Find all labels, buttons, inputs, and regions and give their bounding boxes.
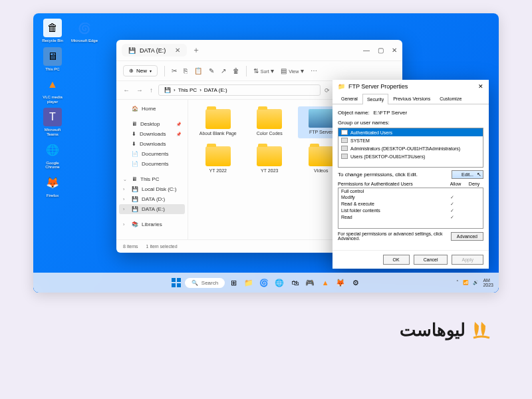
rename-icon[interactable]: ✎ xyxy=(209,67,214,74)
user-authenticated[interactable]: Authenticated Users xyxy=(338,128,483,136)
back-button[interactable]: ← xyxy=(122,86,131,94)
task-view-icon[interactable]: ⊞ xyxy=(227,276,240,289)
store-taskbar-icon[interactable]: 🛍 xyxy=(288,276,301,289)
sidebar: 🏠 Home 🖥 Desktop📌 ⬇ Downloads📌 ⬇ Downloa… xyxy=(116,100,188,239)
item-count: 8 items xyxy=(123,244,138,249)
dialog-tabs: General Security Previous Versions Custo… xyxy=(332,93,489,104)
sidebar-documents-2[interactable]: 📄 Documents xyxy=(119,159,185,169)
settings-taskbar-icon[interactable]: ⚙ xyxy=(349,276,362,289)
tray-chevron-icon[interactable]: ˄ xyxy=(456,280,459,285)
up-button[interactable]: ↑ xyxy=(148,86,154,94)
apply-button[interactable]: Apply xyxy=(452,255,483,265)
perm-read: Read✓ xyxy=(338,214,483,221)
more-button[interactable]: ⋯ xyxy=(311,67,317,74)
tab-general[interactable]: General xyxy=(336,93,362,104)
sidebar-drive-c[interactable]: ›💾 Local Disk (C:) xyxy=(119,184,185,194)
delete-icon[interactable]: 🗑 xyxy=(233,67,239,74)
cut-icon[interactable]: ✂ xyxy=(172,67,177,74)
selected-count: 1 item selected xyxy=(146,244,178,249)
properties-dialog: 📁 FTP Server Properties ✕ General Securi… xyxy=(332,80,489,269)
folder-yt-2022[interactable]: YT 2022 xyxy=(195,144,241,176)
edit-button[interactable]: Edit...↖ xyxy=(452,170,483,179)
cancel-button[interactable]: Cancel xyxy=(414,255,448,265)
folder-about-blank[interactable]: About Blank Page xyxy=(195,106,241,138)
recycle-bin[interactable]: 🗑Recycle Bin xyxy=(39,19,66,43)
explorer-taskbar-icon[interactable]: 📁 xyxy=(242,276,255,289)
perm-modify: Modify✓ xyxy=(338,194,483,201)
advanced-hint: For special permissions or advanced sett… xyxy=(338,231,447,241)
tab-customize[interactable]: Customize xyxy=(435,93,466,104)
breadcrumb[interactable]: 💾 › This PC › DATA (E:) xyxy=(158,84,321,96)
sidebar-drive-d[interactable]: ›💾 DATA (D:) xyxy=(119,194,185,204)
clock[interactable]: AM2023 xyxy=(483,278,493,287)
sidebar-drive-e[interactable]: ›💾 DATA (E:) xyxy=(119,204,185,214)
sidebar-desktop[interactable]: 🖥 Desktop📌 xyxy=(119,119,185,129)
perm-list-folder: List folder contents✓ xyxy=(338,207,483,214)
brand-text: ليوهاست xyxy=(400,320,466,340)
new-button[interactable]: ⊕ New ▾ xyxy=(123,65,158,76)
refresh-button[interactable]: ⟳ xyxy=(325,87,330,94)
titlebar: 💾 DATA (E:) ✕ ＋ — ▢ ✕ xyxy=(116,40,402,61)
dialog-actions: OK Cancel Apply xyxy=(332,250,489,269)
edge-taskbar-icon[interactable]: 🌀 xyxy=(257,276,271,289)
vlc-taskbar-icon[interactable]: ▲ xyxy=(319,276,332,289)
allow-header: Allow xyxy=(446,182,465,186)
firefox-icon[interactable]: 🦊Firefox xyxy=(39,174,66,198)
tab-previous-versions[interactable]: Previous Versions xyxy=(388,93,435,104)
user-users[interactable]: Users (DESKTOP-OU81HT3\Users) xyxy=(338,152,483,160)
window-controls: — ▢ ✕ xyxy=(363,47,397,54)
user-administrators[interactable]: Administrators (DESKTOP-OU81HT3\Administ… xyxy=(338,144,483,152)
chrome-taskbar-icon[interactable]: 🌐 xyxy=(273,276,286,289)
share-icon[interactable]: ↗ xyxy=(221,67,226,74)
tab-security[interactable]: Security xyxy=(362,94,388,104)
sidebar-downloads-2[interactable]: ⬇ Downloads xyxy=(119,139,185,149)
folder-yt-2023[interactable]: YT 2023 xyxy=(247,144,293,176)
paste-icon[interactable]: 📋 xyxy=(194,67,202,74)
window-tab[interactable]: 💾 DATA (E:) ✕ xyxy=(122,44,187,57)
sidebar-documents[interactable]: 📄 Documents xyxy=(119,149,185,159)
sort-button[interactable]: ⇅ Sort ▾ xyxy=(253,67,274,74)
ok-button[interactable]: OK xyxy=(383,255,410,265)
tray-network-icon[interactable]: 📶 xyxy=(463,280,469,285)
sidebar-libraries[interactable]: ›📚 Libraries xyxy=(119,219,185,229)
minimize-button[interactable]: — xyxy=(363,47,370,54)
user-system[interactable]: SYSTEM xyxy=(338,136,483,144)
copy-icon[interactable]: ⎘ xyxy=(184,67,188,74)
tab-title: DATA (E:) xyxy=(140,47,166,54)
view-button[interactable]: ▤ View ▾ xyxy=(281,67,304,74)
add-tab-button[interactable]: ＋ xyxy=(192,45,200,56)
deny-header: Deny xyxy=(465,182,483,186)
sidebar-this-pc[interactable]: ⌄🖥 This PC xyxy=(119,174,185,184)
firefox-taskbar-icon[interactable]: 🦊 xyxy=(334,276,347,289)
close-tab-icon[interactable]: ✕ xyxy=(175,47,180,54)
permissions-for-label: Permissions for Authenticated Users xyxy=(338,182,446,186)
toolbar: ⊕ New ▾ ✂ ⎘ 📋 ✎ ↗ 🗑 ⇅ Sort ▾ ▤ View ▾ ⋯ xyxy=(116,61,402,81)
dialog-titlebar: 📁 FTP Server Properties ✕ xyxy=(332,80,489,93)
taskbar-search[interactable]: 🔍 Search xyxy=(185,278,225,288)
edge-icon[interactable]: 🌀Microsoft Edge xyxy=(70,19,98,43)
advanced-button[interactable]: Advanced xyxy=(451,232,483,241)
start-button[interactable] xyxy=(170,276,183,289)
folder-color-codes[interactable]: Color Codes xyxy=(247,106,293,138)
folder-icon: 📁 xyxy=(338,83,345,90)
xbox-taskbar-icon[interactable]: 🎮 xyxy=(303,276,317,289)
this-pc-icon[interactable]: 🖥This PC xyxy=(39,47,66,72)
svg-rect-1 xyxy=(177,278,181,282)
close-button[interactable]: ✕ xyxy=(392,47,397,54)
tray-volume-icon[interactable]: 🔊 xyxy=(473,280,479,285)
svg-rect-2 xyxy=(172,283,176,287)
vlc-icon[interactable]: ▲VLC media player xyxy=(39,75,66,104)
chrome-icon[interactable]: 🌐Google Chrome xyxy=(39,141,66,170)
edit-hint: To change permissions, click Edit. xyxy=(338,172,418,178)
desktop-icons-col1: 🗑Recycle Bin 🖥This PC ▲VLC media player … xyxy=(39,19,66,198)
users-listbox[interactable]: Authenticated Users SYSTEM Administrator… xyxy=(338,128,483,168)
permissions-list: Full control Modify✓ Read & execute✓ Lis… xyxy=(338,188,483,229)
desktop-icons-col2: 🌀Microsoft Edge xyxy=(70,19,98,43)
sidebar-home[interactable]: 🏠 Home xyxy=(119,104,185,114)
teams-icon[interactable]: TMicrosoft Teams xyxy=(39,108,66,136)
maximize-button[interactable]: ▢ xyxy=(378,47,384,54)
sidebar-downloads[interactable]: ⬇ Downloads📌 xyxy=(119,129,185,139)
object-name-label: Object name: xyxy=(338,110,370,116)
forward-button[interactable]: → xyxy=(135,86,144,94)
dialog-close-button[interactable]: ✕ xyxy=(478,83,483,90)
